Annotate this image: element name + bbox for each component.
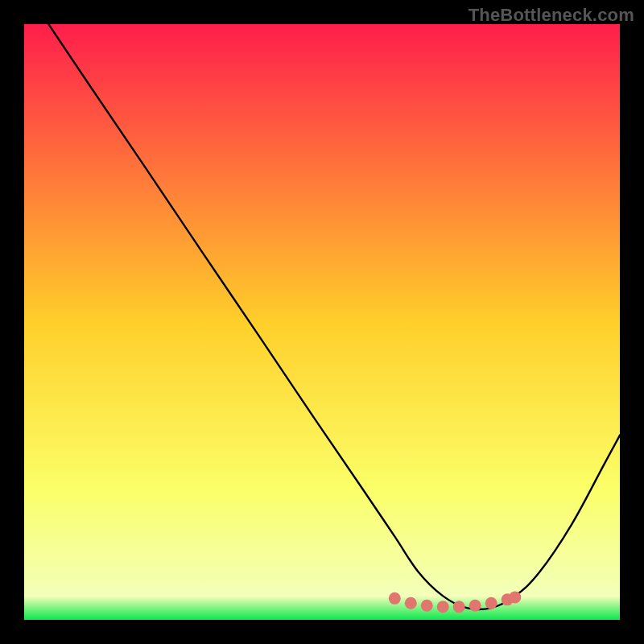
sweet-spot-dot [469,600,481,612]
gradient-background [24,24,620,620]
sweet-spot-dot [389,592,401,605]
sweet-spot-dot [421,600,433,612]
sweet-spot-dot [485,597,497,609]
chart-container: TheBottleneck.com [0,0,644,644]
sweet-spot-dot [509,591,521,603]
sweet-spot-dot [405,597,417,609]
plot-area [24,24,620,620]
chart-svg [24,24,620,620]
sweet-spot-dot [437,601,449,613]
watermark-text: TheBottleneck.com [469,5,634,26]
sweet-spot-dot [453,601,465,613]
